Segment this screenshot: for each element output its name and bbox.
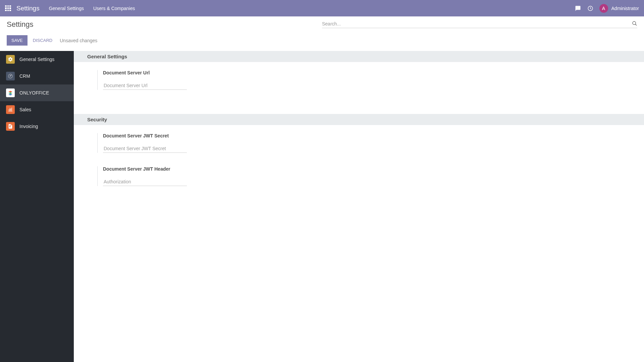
field-label: Document Server JWT Header <box>103 166 265 172</box>
avatar: A <box>599 4 608 13</box>
onlyoffice-icon <box>6 88 15 97</box>
user-menu[interactable]: A Administrator <box>599 4 639 13</box>
sidebar-item-sales[interactable]: Sales <box>0 101 74 118</box>
sidebar-item-crm[interactable]: CRM <box>0 68 74 84</box>
field-label: Document Server Url <box>103 70 265 75</box>
sidebar-item-label: CRM <box>19 73 30 79</box>
navbar-menu: General Settings Users & Companies <box>49 6 135 11</box>
search-area <box>322 21 637 28</box>
menu-general-settings[interactable]: General Settings <box>49 6 84 11</box>
menu-users-companies[interactable]: Users & Companies <box>93 6 135 11</box>
search-icon[interactable] <box>632 21 637 27</box>
sidebar-item-label: Invoicing <box>19 124 38 129</box>
sidebar-item-invoicing[interactable]: Invoicing <box>0 118 74 135</box>
page-title: Settings <box>7 20 34 29</box>
svg-line-3 <box>635 24 637 25</box>
chart-icon <box>6 105 15 114</box>
field-jwt-header: Document Server JWT Header <box>97 166 265 186</box>
status-text: Unsaved changes <box>60 38 97 43</box>
jwt-secret-input[interactable] <box>103 144 187 153</box>
svg-point-0 <box>579 6 580 8</box>
app-title[interactable]: Settings <box>16 5 40 12</box>
control-panel: Settings <box>0 16 644 33</box>
action-bar: SAVE DISCARD Unsaved changes <box>0 33 644 51</box>
save-button[interactable]: SAVE <box>7 35 28 46</box>
sidebar-item-label: Sales <box>19 107 31 112</box>
invoice-icon <box>6 122 15 131</box>
section-header-security: Security <box>74 114 644 125</box>
jwt-header-input[interactable] <box>103 178 187 186</box>
svg-point-2 <box>633 21 636 24</box>
apps-icon[interactable] <box>5 5 11 11</box>
settings-content: General Settings Document Server Url Sec… <box>74 51 644 362</box>
discard-button[interactable]: DISCARD <box>32 35 54 46</box>
messages-icon[interactable] <box>575 5 581 11</box>
sidebar-item-label: General Settings <box>19 57 54 62</box>
sidebar-item-label: ONLYOFFICE <box>19 90 49 96</box>
field-jwt-secret: Document Server JWT Secret <box>97 133 265 153</box>
sidebar-item-general-settings[interactable]: General Settings <box>0 51 74 68</box>
section-header-general: General Settings <box>74 51 644 62</box>
sidebar-item-onlyoffice[interactable]: ONLYOFFICE <box>0 84 74 101</box>
main: General Settings CRM ONLYOFFICE Sales In… <box>0 51 644 362</box>
navbar-right: A Administrator <box>575 4 639 13</box>
field-doc-server-url: Document Server Url <box>97 70 265 90</box>
settings-sidebar: General Settings CRM ONLYOFFICE Sales In… <box>0 51 74 362</box>
section-body-security: Document Server JWT Secret Document Serv… <box>74 125 644 210</box>
doc-server-url-input[interactable] <box>103 81 187 90</box>
top-navbar: Settings General Settings Users & Compan… <box>0 0 644 16</box>
section-body-general: Document Server Url <box>74 62 644 114</box>
activity-icon[interactable] <box>587 5 593 11</box>
search-input[interactable] <box>322 21 629 26</box>
gear-icon <box>6 55 15 64</box>
user-name: Administrator <box>611 6 639 11</box>
field-label: Document Server JWT Secret <box>103 133 265 138</box>
handshake-icon <box>6 72 15 80</box>
